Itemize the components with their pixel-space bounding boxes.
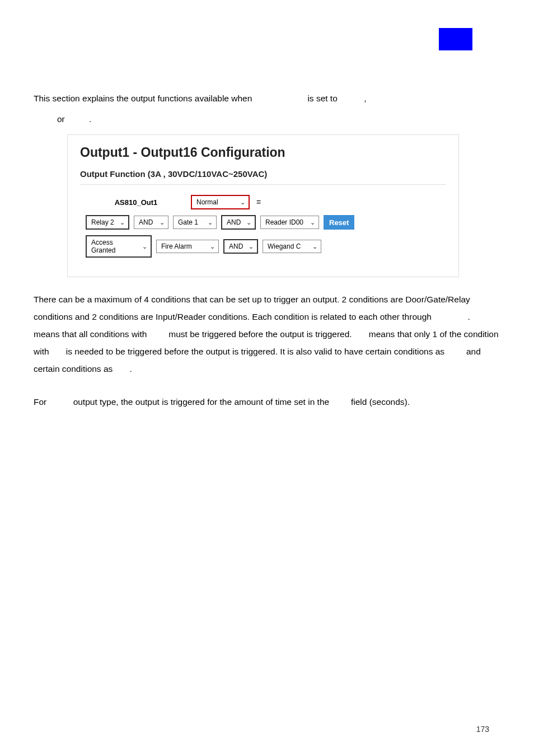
access-value: Access Granted	[91, 239, 139, 254]
chevron-down-icon: ⌄	[160, 219, 165, 226]
reader-value: Reader ID00	[265, 218, 303, 226]
page-number: 173	[476, 725, 489, 734]
relay-value: Relay 2	[91, 218, 114, 226]
intro-comma: ,	[364, 94, 366, 103]
p1-d: must be triggered before the output is t…	[168, 329, 352, 339]
intro-line2: or .	[34, 110, 500, 128]
config-row-1: AS810_Out1 Normal ⌄ =	[86, 195, 446, 209]
relay-select[interactable]: Relay 2 ⌄	[86, 215, 129, 230]
chevron-down-icon: ⌄	[310, 219, 315, 226]
access-select[interactable]: Access Granted ⌄	[86, 235, 152, 258]
equals-sign: =	[254, 198, 263, 207]
intro-dot: .	[89, 114, 91, 124]
chevron-down-icon: ⌄	[142, 243, 147, 250]
p1-h: .	[129, 364, 132, 374]
config-panel: Output1 - Output16 Configuration Output …	[67, 134, 459, 277]
gate-value: Gate 1	[178, 218, 198, 226]
logic-value-2: AND	[227, 218, 241, 226]
panel-subtitle: Output Function (3A , 30VDC/110VAC~250VA…	[80, 169, 446, 185]
chevron-down-icon: ⌄	[249, 243, 254, 250]
p2-c: field (seconds).	[351, 397, 410, 407]
reset-button[interactable]: Reset	[324, 215, 354, 230]
logic-select-1[interactable]: AND ⌄	[134, 216, 168, 229]
p1-c: means that all conditions with	[34, 329, 147, 339]
p1-b: .	[468, 312, 470, 321]
reader-select[interactable]: Reader ID00 ⌄	[260, 216, 319, 229]
chevron-down-icon: ⌄	[120, 219, 125, 226]
body-paragraph-1: There can be a maximum of 4 conditions t…	[34, 291, 500, 377]
reset-label: Reset	[329, 218, 349, 227]
fire-select[interactable]: Fire Alarm ⌄	[156, 240, 219, 253]
chevron-down-icon: ⌄	[240, 199, 245, 206]
p1-a: There can be a maximum of 4 conditions t…	[34, 295, 470, 321]
intro-paragraph: This section explains the output functio…	[34, 90, 500, 107]
output-type-select[interactable]: Normal ⌄	[191, 195, 250, 209]
chevron-down-icon: ⌄	[210, 243, 215, 250]
output-type-value: Normal	[196, 198, 218, 206]
chevron-down-icon: ⌄	[208, 219, 213, 226]
body-paragraph-2: For output type, the output is triggered…	[34, 393, 500, 410]
fire-value: Fire Alarm	[161, 242, 192, 250]
intro-or: or	[57, 114, 65, 124]
intro-text-2: is set to	[307, 94, 337, 103]
logic-value-1: AND	[139, 218, 153, 226]
p1-f: is needed to be triggered before the out…	[66, 347, 444, 356]
logic-value-3: AND	[229, 242, 243, 250]
p2-a: For	[34, 397, 46, 407]
chevron-down-icon: ⌄	[312, 243, 317, 250]
config-row-2: Relay 2 ⌄ AND ⌄ Gate 1 ⌄ AND ⌄ Reader ID…	[86, 215, 446, 230]
logic-select-2[interactable]: AND ⌄	[221, 215, 256, 230]
intro-text-1: This section explains the output functio…	[34, 94, 252, 103]
wiegand-value: Wiegand C	[268, 242, 301, 250]
panel-title: Output1 - Output16 Configuration	[80, 145, 446, 160]
config-row-3: Access Granted ⌄ Fire Alarm ⌄ AND ⌄ Wieg…	[86, 235, 446, 258]
gate-select[interactable]: Gate 1 ⌄	[173, 216, 217, 229]
logic-select-3[interactable]: AND ⌄	[223, 239, 258, 254]
wiegand-select[interactable]: Wiegand C ⌄	[263, 240, 321, 253]
chevron-down-icon: ⌄	[246, 219, 251, 226]
output-label: AS810_Out1	[86, 198, 186, 207]
header-color-block	[439, 28, 472, 50]
p2-b: output type, the output is triggered for…	[73, 397, 330, 407]
